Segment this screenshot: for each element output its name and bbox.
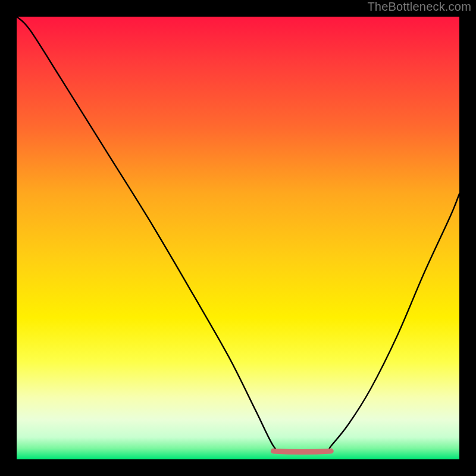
watermark-text: TheBottleneck.com xyxy=(367,0,471,14)
chart-frame: TheBottleneck.com xyxy=(0,0,476,476)
plot-area xyxy=(17,17,459,459)
curve-main xyxy=(17,17,459,453)
curve-trough-highlight xyxy=(274,451,331,452)
bottleneck-curve xyxy=(17,17,459,459)
